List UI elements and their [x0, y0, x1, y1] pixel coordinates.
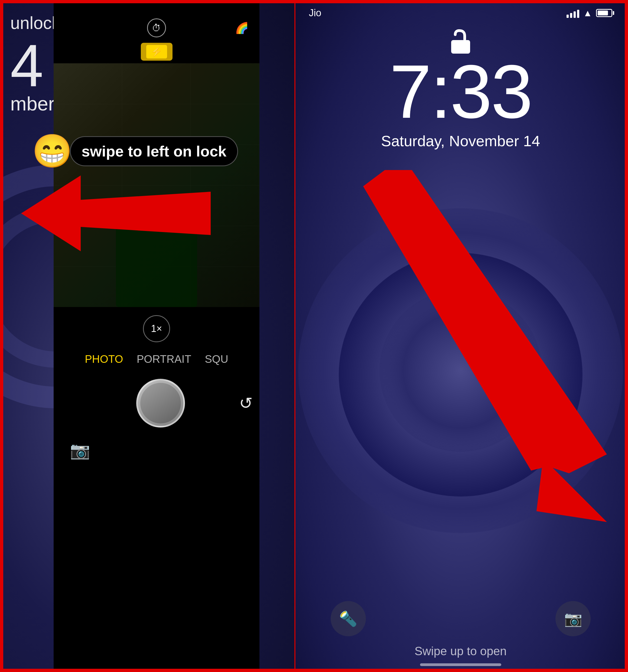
- timer-icon[interactable]: ⏱: [147, 18, 166, 38]
- camera-overlay: ⏱ 🌈 ⚡ 😁 swipe to left on lock: [54, 2, 259, 672]
- signal-bar-1: [566, 15, 569, 18]
- shutter-inner: [140, 383, 181, 424]
- right-panel: Jio ▲ 7:33 Saturday, November 14: [296, 2, 626, 672]
- signal-bars: [566, 8, 579, 18]
- battery-fill: [598, 10, 608, 16]
- svg-marker-2: [363, 170, 607, 522]
- date-text: Saturday, November 14: [381, 132, 540, 150]
- wifi-icon: ▲: [583, 8, 592, 18]
- flashlight-icon: 🔦: [339, 610, 357, 627]
- zoom-level: 1×: [151, 323, 162, 334]
- red-arrow-right: [363, 170, 607, 522]
- status-right-icons: ▲: [566, 8, 612, 18]
- flip-camera-icon[interactable]: ↺: [239, 394, 253, 413]
- tooltip-bubble: swipe to left on lock: [70, 136, 238, 166]
- signal-bar-2: [570, 13, 572, 18]
- flash-badge[interactable]: ⚡: [141, 43, 172, 61]
- tooltip-text: swipe to left on lock: [82, 143, 226, 160]
- mode-portrait[interactable]: PORTRAIT: [137, 353, 191, 365]
- left-panel: unlock 4 mber 14 ⏱ 🌈 ⚡ 😁 s: [2, 2, 296, 672]
- emoji-tooltip: 😁 swipe to left on lock: [32, 132, 238, 170]
- color-filter-icon[interactable]: 🌈: [232, 18, 251, 38]
- shutter-button[interactable]: [136, 379, 185, 428]
- zoom-button[interactable]: 1×: [143, 315, 170, 342]
- carrier-label: Jio: [309, 7, 322, 19]
- signal-bar-3: [574, 11, 576, 18]
- time-display: 7:33 Saturday, November 14: [381, 54, 540, 150]
- flashlight-button[interactable]: 🔦: [331, 601, 366, 636]
- emoji-face: 😁: [32, 132, 73, 170]
- camera-icon: 📷: [564, 610, 582, 627]
- swipe-up-label: Swipe up to open: [296, 644, 626, 658]
- camera-top-bar: ⏱ 🌈: [54, 2, 259, 43]
- svg-marker-0: [21, 175, 211, 251]
- battery-icon: [596, 9, 612, 17]
- bottom-buttons-row: 🔦 📷: [296, 601, 626, 636]
- red-arrow-left: [21, 170, 211, 257]
- flash-icon: ⚡: [150, 46, 163, 57]
- right-status-bar: Jio ▲: [296, 2, 626, 24]
- camera-button[interactable]: 📷: [555, 601, 590, 636]
- mode-square[interactable]: SQU: [205, 353, 228, 365]
- mode-photo[interactable]: PHOTO: [85, 353, 123, 365]
- time-text: 7:33: [381, 54, 540, 129]
- camera-bottom: 1× PHOTO PORTRAIT SQU ↺ 📷: [54, 307, 259, 672]
- home-indicator: [420, 663, 501, 666]
- gallery-icon[interactable]: 📷: [70, 441, 90, 460]
- shutter-row: ↺: [54, 379, 259, 428]
- camera-mode-bar: PHOTO PORTRAIT SQU: [85, 353, 228, 365]
- right-bottom: 🔦 📷 Swipe up to open: [296, 601, 626, 672]
- signal-bar-4: [577, 10, 579, 18]
